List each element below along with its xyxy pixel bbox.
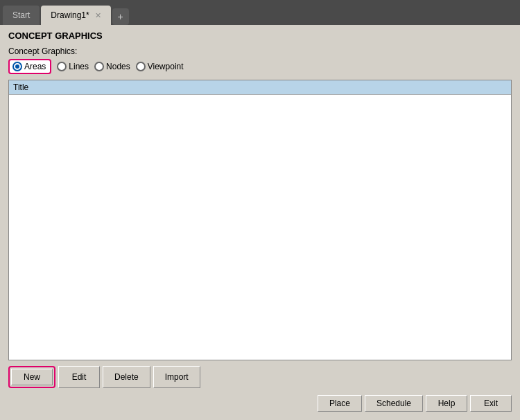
edit-button[interactable]: Edit	[58, 366, 100, 388]
radio-lines-indicator	[57, 62, 67, 71]
tab-bar: Start Drawing1* ✕ +	[0, 0, 520, 25]
place-button[interactable]: Place	[318, 395, 362, 412]
radio-areas-label: Areas	[24, 62, 46, 71]
new-button[interactable]: New	[11, 369, 53, 385]
radio-lines-label: Lines	[69, 62, 89, 71]
radio-viewpoint-label: Viewpoint	[148, 62, 184, 71]
radio-viewpoint[interactable]: Viewpoint	[136, 62, 184, 71]
radio-lines[interactable]: Lines	[57, 62, 89, 71]
action-buttons: New Edit Delete Import	[8, 366, 512, 388]
concept-graphics-label: Concept Graphics:	[8, 46, 512, 56]
footer-buttons: Place Schedule Help Exit	[8, 395, 512, 412]
radio-viewpoint-indicator	[136, 62, 146, 71]
tab-drawing1[interactable]: Drawing1* ✕	[41, 6, 110, 25]
tab-start-label: Start	[12, 10, 30, 20]
tab-drawing1-label: Drawing1*	[51, 10, 89, 20]
panel-title: CONCEPT GRAPHICS	[8, 30, 512, 41]
delete-button[interactable]: Delete	[103, 366, 150, 388]
tab-start[interactable]: Start	[3, 6, 40, 25]
radio-nodes-label: Nodes	[106, 62, 130, 71]
radio-nodes-indicator	[94, 62, 104, 71]
import-button[interactable]: Import	[153, 366, 200, 388]
radio-areas[interactable]: Areas	[8, 59, 51, 74]
new-button-wrapper: New	[8, 366, 55, 388]
list-header: Title	[9, 80, 511, 95]
add-tab-button[interactable]: +	[112, 8, 129, 25]
close-icon[interactable]: ✕	[95, 11, 101, 20]
radio-areas-indicator	[12, 62, 22, 71]
radio-nodes[interactable]: Nodes	[94, 62, 130, 71]
main-panel: CONCEPT GRAPHICS Concept Graphics: Areas…	[0, 25, 520, 420]
help-button[interactable]: Help	[426, 395, 467, 412]
list-container[interactable]: Title	[8, 80, 512, 360]
exit-button[interactable]: Exit	[470, 395, 512, 412]
radio-group: Areas Lines Nodes Viewpoint	[8, 59, 512, 74]
schedule-button[interactable]: Schedule	[365, 395, 423, 412]
